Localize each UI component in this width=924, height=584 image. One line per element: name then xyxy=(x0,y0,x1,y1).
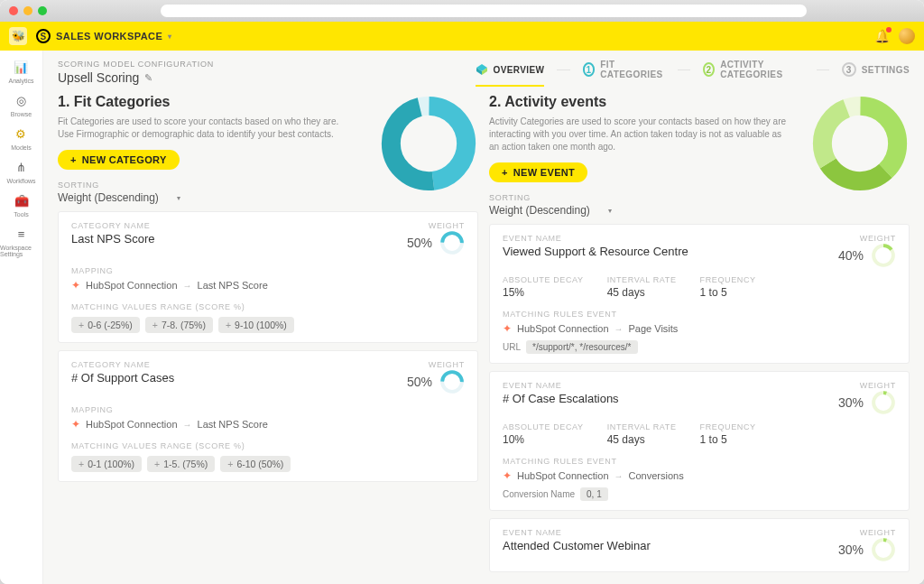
range-chip[interactable]: 0-1 (100%) xyxy=(71,456,142,472)
label: Conversion Name xyxy=(503,489,575,499)
connector-name: HubSpot Connection xyxy=(86,280,178,291)
label: ABSOLUTE DECAY xyxy=(503,422,584,431)
window-minimize[interactable] xyxy=(23,6,32,15)
breadcrumb-label: SCORING MODEL CONFIGURATION xyxy=(58,60,476,69)
app-logo-icon[interactable]: 🐝 xyxy=(9,27,27,45)
window-maximize[interactable] xyxy=(38,6,47,15)
step-number: 2 xyxy=(703,62,715,77)
activity-column: 2. Activity events Activity Categories a… xyxy=(484,94,915,584)
interval-value: 45 days xyxy=(607,286,677,299)
tab-settings[interactable]: 3 SETTINGS xyxy=(842,62,910,77)
sort-select[interactable]: Weight (Descending) ▾ xyxy=(58,191,370,204)
connector-name: HubSpot Connection xyxy=(517,323,609,334)
url-filter[interactable]: */support/*, */resources/* xyxy=(526,340,638,354)
label: MAPPING xyxy=(71,266,465,275)
step-number: 3 xyxy=(842,62,856,77)
weight-value: 30% xyxy=(838,395,864,410)
edit-icon[interactable]: ✎ xyxy=(144,72,152,84)
chevron-down-icon: ▾ xyxy=(168,32,171,41)
weight-donut-icon xyxy=(439,369,465,394)
range-chip[interactable]: 6-10 (50%) xyxy=(220,456,291,472)
tab-activity-categories[interactable]: 2 ACTIVITY CATEGORIES xyxy=(703,60,804,79)
tab-overview[interactable]: OVERVIEW xyxy=(476,63,545,76)
separator xyxy=(678,70,690,70)
range-chip[interactable]: 9-10 (100%) xyxy=(218,317,294,333)
section-title: 1. Fit Categories xyxy=(58,94,370,110)
label: WEIGHT xyxy=(860,234,896,243)
hubspot-icon: ✦ xyxy=(503,322,512,335)
weight-donut-icon xyxy=(871,390,896,415)
activity-event-card[interactable]: EVENT NAME # Of Case Escalations WEIGHT … xyxy=(489,371,910,511)
nav-analytics[interactable]: 📊Analytics xyxy=(8,58,33,84)
range-chip[interactable]: 1-5. (75%) xyxy=(147,456,215,472)
fit-donut-chart xyxy=(379,94,478,193)
nav-workflows[interactable]: ⋔Workflows xyxy=(6,158,35,184)
app-topbar: 🐝 S SALES WORKSPACE ▾ 🔔 xyxy=(0,22,924,51)
nav-label: Browse xyxy=(11,111,32,117)
arrow-right-icon: → xyxy=(183,420,192,430)
model-title: Upsell Scoring xyxy=(58,70,139,85)
activity-donut-chart xyxy=(810,94,910,193)
avatar[interactable] xyxy=(899,28,915,44)
conversion-value[interactable]: 0, 1 xyxy=(580,487,608,501)
category-name: Last NPS Score xyxy=(71,232,407,246)
nav-tools[interactable]: 🧰Tools xyxy=(13,191,31,218)
event-name: Viewed Support & Resource Centre xyxy=(503,245,838,258)
rule-target: Conversions xyxy=(629,470,684,481)
label: INTERVAL RATE xyxy=(607,422,677,431)
toolbox-icon: 🧰 xyxy=(13,191,31,209)
workspace-selector[interactable]: S SALES WORKSPACE ▾ xyxy=(36,29,172,43)
arrow-right-icon: → xyxy=(183,281,192,291)
event-name: Attended Customer Webinar xyxy=(503,539,838,552)
compass-icon: ◎ xyxy=(13,91,31,109)
notifications-icon[interactable]: 🔔 xyxy=(874,29,890,43)
label: INTERVAL RATE xyxy=(607,275,677,284)
label: FREQUENCY xyxy=(700,422,756,431)
weight-value: 50% xyxy=(407,375,432,389)
nav-models[interactable]: ⚙Models xyxy=(11,125,32,151)
new-event-button[interactable]: NEW EVENT xyxy=(489,162,587,182)
label: WEIGHT xyxy=(860,528,896,537)
label: CATEGORY NAME xyxy=(71,221,407,230)
chevron-down-icon: ▾ xyxy=(177,194,180,202)
sort-select[interactable]: Weight (Descending) ▾ xyxy=(489,204,801,217)
range-chip[interactable]: 7-8. (75%) xyxy=(145,317,213,333)
side-nav: 📊Analytics ◎Browse ⚙Models ⋔Workflows 🧰T… xyxy=(0,51,43,584)
activity-event-card[interactable]: EVENT NAME Viewed Support & Resource Cen… xyxy=(489,224,910,364)
label: FREQUENCY xyxy=(700,275,756,284)
label: MAPPING xyxy=(71,405,465,414)
label: EVENT NAME xyxy=(503,381,838,390)
activity-event-card[interactable]: EVENT NAME Attended Customer Webinar WEI… xyxy=(489,518,910,572)
label: URL xyxy=(503,342,521,352)
event-name: # Of Case Escalations xyxy=(503,392,838,405)
tab-fit-categories[interactable]: 1 FIT CATEGORIES xyxy=(583,60,665,79)
label: ABSOLUTE DECAY xyxy=(503,275,584,284)
workspace-icon: S xyxy=(36,29,51,43)
window-close[interactable] xyxy=(9,6,18,15)
hubspot-icon: ✦ xyxy=(71,279,80,292)
sort-label: SORTING xyxy=(489,193,801,202)
nav-label: Workspace Settings xyxy=(0,245,42,257)
url-bar[interactable] xyxy=(161,5,807,17)
label: MATCHING VALUES RANGE (SCORE %) xyxy=(71,302,465,311)
button-label: NEW CATEGORY xyxy=(82,154,167,165)
arrow-right-icon: → xyxy=(614,324,624,334)
fit-column: 1. Fit Categories Fit Categories are use… xyxy=(52,94,484,584)
sliders-icon: ≡ xyxy=(13,225,31,243)
range-chip[interactable]: 0-6 (-25%) xyxy=(71,317,140,333)
decay-value: 10% xyxy=(503,433,584,446)
rule-target: Page Visits xyxy=(629,323,679,334)
new-category-button[interactable]: NEW CATEGORY xyxy=(58,150,180,170)
svg-point-18 xyxy=(873,540,893,560)
nav-label: Workflows xyxy=(6,178,35,184)
nav-workspace-settings[interactable]: ≡Workspace Settings xyxy=(0,225,42,257)
weight-donut-icon xyxy=(439,230,465,255)
fit-category-card[interactable]: CATEGORY NAME Last NPS Score WEIGHT 50% … xyxy=(58,211,478,343)
tab-label: FIT CATEGORIES xyxy=(600,60,665,79)
label: WEIGHT xyxy=(860,381,896,390)
mapping-target: Last NPS Score xyxy=(198,280,268,291)
category-name: # Of Support Cases xyxy=(71,371,407,385)
fit-category-card[interactable]: CATEGORY NAME # Of Support Cases WEIGHT … xyxy=(58,350,478,482)
nav-browse[interactable]: ◎Browse xyxy=(11,91,32,117)
label: WEIGHT xyxy=(429,360,465,369)
